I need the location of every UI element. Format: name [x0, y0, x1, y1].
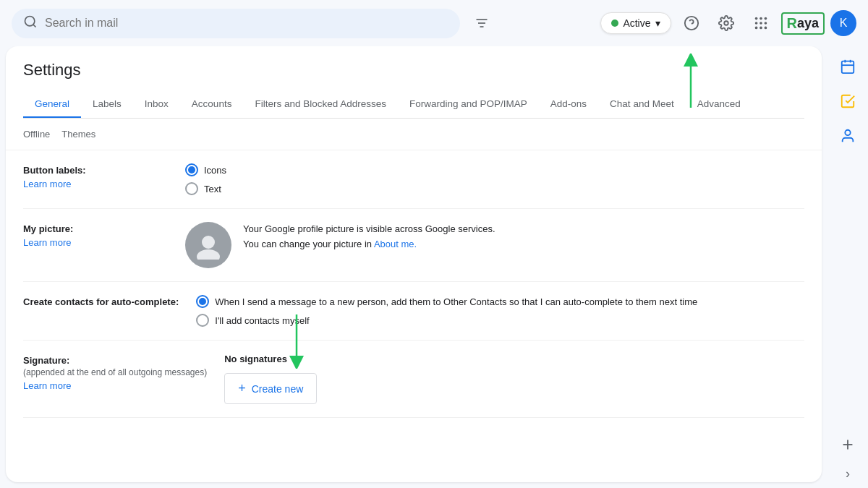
radio-auto-add[interactable]: When I send a message to a new person, a…: [196, 295, 804, 308]
signature-label: Signature: (appended at the end of all o…: [23, 354, 207, 391]
radio-auto-add-circle: [196, 295, 209, 308]
radio-icons[interactable]: Icons: [185, 163, 804, 176]
svg-point-18: [754, 27, 757, 30]
svg-point-27: [845, 130, 850, 135]
radio-manual-add-circle: [196, 314, 209, 327]
settings-panel: Settings General Labels Inbox Accounts F…: [6, 46, 822, 482]
radio-icons-circle: [185, 163, 198, 176]
search-bar[interactable]: [12, 9, 460, 38]
sidebar-tasks[interactable]: [833, 87, 862, 116]
create-contacts-row: Create contacts for auto-complete: When …: [23, 282, 804, 341]
filter-icon[interactable]: [469, 10, 495, 36]
profile-text: Your Google profile picture is visible a…: [243, 222, 495, 252]
svg-rect-23: [842, 61, 854, 74]
svg-point-4: [25, 16, 35, 25]
active-status[interactable]: Active ▾: [600, 12, 671, 34]
button-labels-learn-more[interactable]: Learn more: [23, 179, 168, 189]
profile-desc-1: Your Google profile picture is visible a…: [243, 223, 495, 234]
apps-button[interactable]: [746, 9, 775, 38]
help-button[interactable]: [677, 9, 706, 38]
svg-point-12: [754, 17, 757, 20]
create-new-button[interactable]: + Create new: [224, 373, 317, 404]
active-label: Active: [623, 17, 650, 29]
sidebar-calendar[interactable]: [833, 52, 862, 81]
settings-content: Button labels: Learn more Icons Text: [6, 150, 822, 482]
about-me-link[interactable]: About me.: [374, 239, 417, 249]
active-chevron: ▾: [655, 17, 660, 29]
radio-icons-label: Icons: [204, 165, 226, 176]
svg-line-5: [33, 24, 36, 27]
svg-point-20: [764, 27, 767, 30]
tab-inbox[interactable]: Inbox: [133, 91, 180, 119]
tab-forwarding[interactable]: Forwarding and POP/IMAP: [398, 91, 539, 119]
my-picture-learn-more[interactable]: Learn more: [23, 237, 168, 248]
button-labels-row: Button labels: Learn more Icons Text: [23, 150, 804, 209]
svg-point-19: [760, 27, 762, 30]
signature-content: No signatures + Create new: [224, 354, 804, 404]
svg-point-15: [754, 22, 757, 25]
sidebar-add-button[interactable]: [833, 430, 862, 459]
svg-point-11: [724, 21, 728, 25]
tab-addons[interactable]: Add-ons: [539, 91, 598, 119]
create-new-label: Create new: [252, 383, 304, 395]
radio-text-circle: [185, 182, 198, 195]
search-icon: [23, 14, 38, 33]
topbar-right: Active ▾: [600, 9, 856, 38]
profile-pic-area: Your Google profile picture is visible a…: [185, 222, 804, 268]
svg-point-13: [760, 17, 762, 20]
sidebar-contacts[interactable]: [833, 121, 862, 150]
my-picture-row: My picture: Learn more: [23, 209, 804, 282]
tab-general[interactable]: General: [23, 91, 81, 119]
profile-desc-2: You can change your picture in: [243, 239, 374, 249]
tab-chat[interactable]: Chat and Meet: [598, 91, 686, 119]
logo: Raya: [781, 12, 825, 35]
svg-point-22: [197, 249, 220, 260]
tab-labels[interactable]: Labels: [81, 91, 133, 119]
svg-point-17: [764, 22, 767, 25]
settings-button[interactable]: [712, 9, 741, 38]
create-new-icon: +: [238, 381, 246, 396]
radio-text[interactable]: Text: [185, 182, 804, 195]
logo-box: Raya: [781, 12, 825, 35]
my-picture-label: My picture: Learn more: [23, 222, 168, 248]
sub-tabs: Offline Themes: [6, 119, 822, 150]
svg-point-16: [760, 22, 762, 25]
signature-row: Signature: (appended at the end of all o…: [23, 341, 804, 418]
tab-filters[interactable]: Filters and Blocked Addresses: [243, 91, 398, 119]
svg-point-21: [202, 236, 215, 249]
active-dot: [611, 20, 618, 27]
sub-tab-offline[interactable]: Offline: [23, 126, 50, 142]
tab-accounts[interactable]: Accounts: [180, 91, 244, 119]
create-contacts-label: Create contacts for auto-complete:: [23, 295, 179, 307]
button-labels-label: Button labels: Learn more: [23, 163, 168, 189]
right-sidebar: ›: [827, 46, 868, 488]
main-layout: Settings General Labels Inbox Accounts F…: [0, 46, 868, 488]
signature-learn-more[interactable]: Learn more: [23, 380, 207, 391]
radio-text-label: Text: [204, 184, 221, 194]
profile-avatar: [185, 222, 231, 268]
radio-auto-add-label: When I send a message to a new person, a…: [215, 296, 697, 307]
button-labels-radio-group: Icons Text: [185, 163, 804, 195]
search-input[interactable]: [45, 17, 448, 30]
sub-tab-themes[interactable]: Themes: [61, 126, 95, 142]
my-picture-content: Your Google profile picture is visible a…: [185, 222, 804, 268]
sidebar-expand-button[interactable]: ›: [839, 465, 856, 482]
svg-point-14: [764, 17, 767, 20]
topbar: Active ▾: [0, 0, 868, 46]
no-signatures: No signatures: [224, 354, 804, 364]
avatar[interactable]: K: [830, 10, 856, 36]
button-labels-content: Icons Text: [185, 163, 804, 195]
